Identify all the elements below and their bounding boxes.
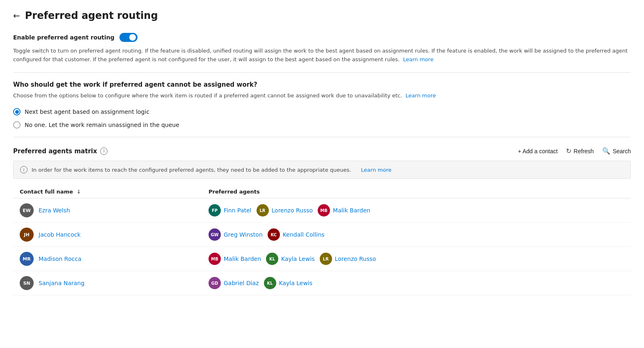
fallback-title: Who should get the work if preferred age… bbox=[13, 81, 631, 88]
contact-cell: SNSanjana Narang bbox=[20, 276, 209, 290]
contact-name[interactable]: Sanjana Narang bbox=[39, 280, 85, 286]
agent-item: MBMalik Barden bbox=[209, 253, 261, 265]
agent-name[interactable]: Kendall Collins bbox=[283, 231, 325, 238]
table-row: MRMadison RoccaMBMalik BardenKLKayla Lew… bbox=[13, 247, 631, 271]
agent-name[interactable]: Finn Patel bbox=[224, 207, 252, 214]
contact-name[interactable]: Jacob Hancock bbox=[39, 231, 80, 238]
radio-next-best[interactable]: Next best agent based on assignment logi… bbox=[13, 108, 631, 115]
contact-cell: JHJacob Hancock bbox=[20, 228, 209, 242]
contact-name[interactable]: Ezra Welsh bbox=[39, 207, 70, 214]
agent-item: KLKayla Lewis bbox=[266, 253, 315, 265]
agents-cell: FPFinn PatelLRLorenzo RussoMBMalik Barde… bbox=[209, 204, 624, 217]
contact-name[interactable]: Madison Rocca bbox=[39, 256, 81, 262]
agent-avatar: KC bbox=[268, 228, 280, 241]
agents-cell: GDGabriel DiazKLKayla Lewis bbox=[209, 277, 624, 289]
agent-item: LRLorenzo Russo bbox=[320, 253, 376, 265]
contact-avatar: JH bbox=[20, 228, 34, 242]
radio-next-best-circle bbox=[13, 108, 21, 115]
matrix-info-icon[interactable]: i bbox=[100, 147, 108, 155]
matrix-title-row: Preferred agents matrix i bbox=[13, 147, 108, 155]
add-contact-label: + Add a contact bbox=[518, 148, 558, 154]
fallback-learn-more[interactable]: Learn more bbox=[406, 92, 436, 99]
agent-item: KCKendall Collins bbox=[268, 228, 325, 241]
back-button[interactable]: ← bbox=[13, 11, 20, 21]
contact-cell: EWEzra Welsh bbox=[20, 203, 209, 217]
agent-avatar: GD bbox=[209, 277, 221, 289]
enable-learn-more[interactable]: Learn more bbox=[403, 56, 433, 62]
banner-text: In order for the work items to reach the… bbox=[32, 167, 351, 173]
refresh-icon: ↻ bbox=[566, 147, 571, 155]
page-header: ← Preferred agent routing bbox=[13, 10, 631, 21]
table-row: JHJacob HancockGWGreg WinstonKCKendall C… bbox=[13, 223, 631, 247]
agent-name[interactable]: Malik Barden bbox=[333, 207, 370, 214]
search-icon: 🔍 bbox=[602, 147, 610, 155]
matrix-title: Preferred agents matrix bbox=[13, 147, 97, 155]
agent-avatar: KL bbox=[266, 253, 278, 265]
info-banner: i In order for the work items to reach t… bbox=[13, 161, 631, 179]
contact-avatar: MR bbox=[20, 252, 34, 266]
enable-row: Enable preferred agent routing bbox=[13, 33, 631, 42]
agent-item: KLKayla Lewis bbox=[264, 277, 313, 289]
enable-toggle[interactable] bbox=[119, 33, 138, 42]
refresh-label: Refresh bbox=[574, 148, 594, 154]
radio-no-one[interactable]: No one. Let the work remain unassigned i… bbox=[13, 121, 631, 129]
contact-avatar: SN bbox=[20, 276, 34, 290]
agent-avatar: MB bbox=[209, 253, 221, 265]
agent-avatar: LR bbox=[257, 204, 269, 217]
search-button[interactable]: 🔍 Search bbox=[602, 147, 631, 155]
toggle-track bbox=[119, 33, 138, 42]
matrix-table: Contact full name ↓ Preferred agents EWE… bbox=[13, 185, 631, 295]
sort-arrow: ↓ bbox=[76, 189, 81, 195]
contact-avatar: EW bbox=[20, 203, 34, 217]
agent-item: MBMalik Barden bbox=[318, 204, 370, 217]
agent-item: FPFinn Patel bbox=[209, 204, 252, 217]
agent-name[interactable]: Lorenzo Russo bbox=[272, 207, 313, 214]
enable-description: Toggle switch to turn on preferred agent… bbox=[13, 47, 631, 64]
refresh-button[interactable]: ↻ Refresh bbox=[566, 147, 594, 155]
agent-name[interactable]: Lorenzo Russo bbox=[335, 256, 376, 262]
radio-next-best-label: Next best agent based on assignment logi… bbox=[25, 108, 149, 115]
agent-item: GDGabriel Diaz bbox=[209, 277, 259, 289]
table-row: SNSanjana NarangGDGabriel DiazKLKayla Le… bbox=[13, 271, 631, 295]
banner-info-icon: i bbox=[20, 166, 28, 173]
matrix-section: Preferred agents matrix i + Add a contac… bbox=[13, 145, 631, 295]
matrix-header: Preferred agents matrix i + Add a contac… bbox=[13, 145, 631, 155]
radio-group: Next best agent based on assignment logi… bbox=[13, 108, 631, 129]
fallback-section: Who should get the work if preferred age… bbox=[13, 81, 631, 129]
agent-avatar: MB bbox=[318, 204, 330, 217]
agent-avatar: FP bbox=[209, 204, 221, 217]
agent-item: LRLorenzo Russo bbox=[257, 204, 313, 217]
table-header: Contact full name ↓ Preferred agents bbox=[13, 185, 631, 198]
enable-label: Enable preferred agent routing bbox=[13, 34, 115, 41]
agents-cell: MBMalik BardenKLKayla LewisLRLorenzo Rus… bbox=[209, 253, 624, 265]
agents-cell: GWGreg WinstonKCKendall Collins bbox=[209, 228, 624, 241]
agent-item: GWGreg Winston bbox=[209, 228, 263, 241]
table-body: EWEzra WelshFPFinn PatelLRLorenzo RussoM… bbox=[13, 198, 631, 295]
agent-name[interactable]: Greg Winston bbox=[224, 231, 263, 238]
agent-name[interactable]: Malik Barden bbox=[224, 256, 261, 262]
agent-name[interactable]: Kayla Lewis bbox=[281, 256, 315, 262]
agent-avatar: GW bbox=[209, 228, 221, 241]
banner-learn-more[interactable]: Learn more bbox=[361, 167, 392, 173]
page-title: Preferred agent routing bbox=[25, 10, 158, 21]
col-header-agents: Preferred agents bbox=[209, 189, 624, 195]
agent-avatar: KL bbox=[264, 277, 276, 289]
divider-2 bbox=[13, 137, 631, 137]
matrix-actions: + Add a contact ↻ Refresh 🔍 Search bbox=[518, 147, 631, 155]
fallback-description: Choose from the options below to configu… bbox=[13, 92, 631, 100]
enable-section: Enable preferred agent routing Toggle sw… bbox=[13, 33, 631, 64]
radio-no-one-label: No one. Let the work remain unassigned i… bbox=[25, 122, 179, 128]
agent-name[interactable]: Kayla Lewis bbox=[279, 280, 313, 286]
search-label: Search bbox=[613, 148, 631, 154]
add-contact-button[interactable]: + Add a contact bbox=[518, 148, 558, 154]
page-container: ← Preferred agent routing Enable preferr… bbox=[0, 0, 644, 348]
col-header-contact: Contact full name ↓ bbox=[20, 189, 209, 195]
agent-name[interactable]: Gabriel Diaz bbox=[224, 280, 259, 286]
radio-no-one-circle bbox=[13, 121, 21, 129]
toggle-thumb bbox=[129, 34, 136, 41]
table-row: EWEzra WelshFPFinn PatelLRLorenzo RussoM… bbox=[13, 198, 631, 223]
divider-1 bbox=[13, 72, 631, 73]
contact-cell: MRMadison Rocca bbox=[20, 252, 209, 266]
agent-avatar: LR bbox=[320, 253, 332, 265]
